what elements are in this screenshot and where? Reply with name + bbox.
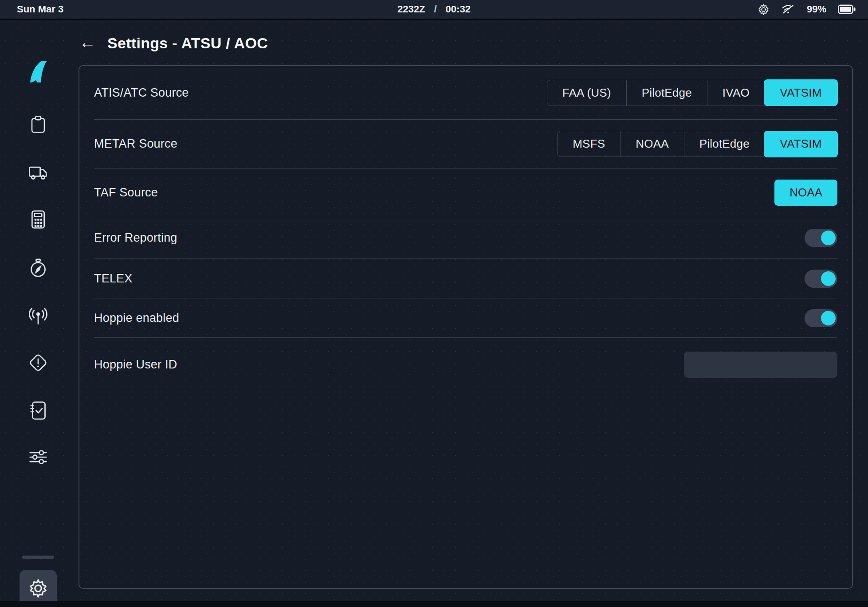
setting-row-error-reporting: Error Reporting bbox=[94, 217, 837, 259]
page-header: ← Settings - ATSU / AOC bbox=[76, 21, 868, 65]
atis-option-faa-us[interactable]: FAA (US) bbox=[547, 80, 626, 106]
settings-panel: ATIS/ATC Source FAA (US) PilotEdge IVAO … bbox=[79, 65, 853, 589]
sidebar-item-dashboard[interactable] bbox=[28, 114, 48, 135]
metar-option-vatsim[interactable]: VATSIM bbox=[764, 131, 837, 157]
main-content: ← Settings - ATSU / AOC ATIS/ATC Source … bbox=[76, 21, 868, 607]
atis-source-button-group: FAA (US) PilotEdge IVAO VATSIM bbox=[547, 80, 837, 106]
telex-toggle[interactable] bbox=[805, 270, 837, 288]
setting-row-taf-source: TAF Source NOAA bbox=[94, 168, 837, 217]
hoppie-user-id-input[interactable] bbox=[684, 352, 837, 378]
toggle-knob bbox=[821, 271, 836, 286]
checklist-journal-icon bbox=[29, 400, 47, 421]
setting-row-hoppie-enabled: Hoppie enabled bbox=[94, 298, 837, 338]
metar-option-msfs[interactable]: MSFS bbox=[558, 131, 620, 157]
page-title: Settings - ATSU / AOC bbox=[107, 35, 268, 52]
sliders-icon bbox=[28, 448, 48, 466]
setting-label: TELEX bbox=[94, 272, 133, 286]
atis-option-vatsim[interactable]: VATSIM bbox=[764, 79, 837, 106]
gear-icon[interactable] bbox=[758, 4, 770, 16]
setting-row-telex: TELEX bbox=[94, 259, 837, 298]
setting-label: METAR Source bbox=[94, 137, 177, 151]
toggle-knob bbox=[821, 231, 836, 245]
setting-label: ATIS/ATC Source bbox=[94, 86, 189, 100]
truck-icon bbox=[28, 164, 48, 181]
atis-option-pilotedge[interactable]: PilotEdge bbox=[626, 80, 707, 106]
wifi-off-icon[interactable] bbox=[781, 3, 795, 16]
warning-diamond-icon bbox=[28, 352, 48, 373]
clipboard-icon bbox=[29, 115, 47, 134]
sidebar-item-dispatch[interactable] bbox=[28, 162, 48, 183]
setting-label: Error Reporting bbox=[94, 231, 177, 245]
sidebar-item-failures[interactable] bbox=[28, 352, 48, 373]
status-clock: 2232Z / 00:32 bbox=[0, 0, 868, 19]
taf-option-noaa[interactable]: NOAA bbox=[774, 180, 837, 206]
setting-label: Hoppie User ID bbox=[94, 358, 177, 372]
efb-screen: Sun Mar 3 2232Z / 00:32 99% bbox=[0, 0, 868, 607]
atis-option-ivao[interactable]: IVAO bbox=[707, 80, 765, 106]
metar-source-button-group: MSFS NOAA PilotEdge VATSIM bbox=[557, 131, 837, 157]
sidebar-divider bbox=[22, 556, 54, 559]
status-date: Sun Mar 3 bbox=[17, 4, 63, 15]
battery-icon bbox=[838, 4, 856, 14]
metar-option-noaa[interactable]: NOAA bbox=[620, 131, 683, 157]
settings-gear-icon bbox=[28, 578, 48, 599]
utc-time: 2232Z bbox=[397, 4, 425, 15]
calculator-icon bbox=[29, 209, 47, 230]
sidebar-item-presets[interactable] bbox=[28, 447, 48, 467]
bottom-edge-strip bbox=[0, 601, 868, 607]
sidebar bbox=[0, 21, 76, 607]
sidebar-item-atc[interactable] bbox=[28, 306, 48, 326]
compass-icon bbox=[28, 258, 48, 278]
local-time: 00:32 bbox=[446, 4, 471, 15]
hoppie-enabled-toggle[interactable] bbox=[805, 309, 837, 327]
metar-option-pilotedge[interactable]: PilotEdge bbox=[684, 131, 765, 157]
flybywire-logo-icon[interactable] bbox=[27, 59, 50, 84]
toggle-knob bbox=[821, 311, 836, 325]
setting-label: Hoppie enabled bbox=[94, 311, 179, 325]
status-bar: Sun Mar 3 2232Z / 00:32 99% bbox=[0, 0, 868, 20]
back-arrow-button[interactable]: ← bbox=[79, 34, 96, 51]
battery-percent: 99% bbox=[807, 4, 826, 15]
sidebar-item-performance[interactable] bbox=[28, 209, 48, 230]
sidebar-item-checklists[interactable] bbox=[28, 400, 48, 421]
broadcast-antenna-icon bbox=[28, 306, 48, 326]
error-reporting-toggle[interactable] bbox=[805, 229, 837, 247]
setting-row-metar-source: METAR Source MSFS NOAA PilotEdge VATSIM bbox=[94, 120, 837, 168]
setting-row-atis-source: ATIS/ATC Source FAA (US) PilotEdge IVAO … bbox=[94, 66, 837, 120]
sidebar-item-navigation[interactable] bbox=[28, 258, 48, 278]
time-separator: / bbox=[434, 4, 436, 15]
setting-label: TAF Source bbox=[94, 186, 158, 200]
setting-row-hoppie-user-id: Hoppie User ID bbox=[94, 338, 837, 392]
